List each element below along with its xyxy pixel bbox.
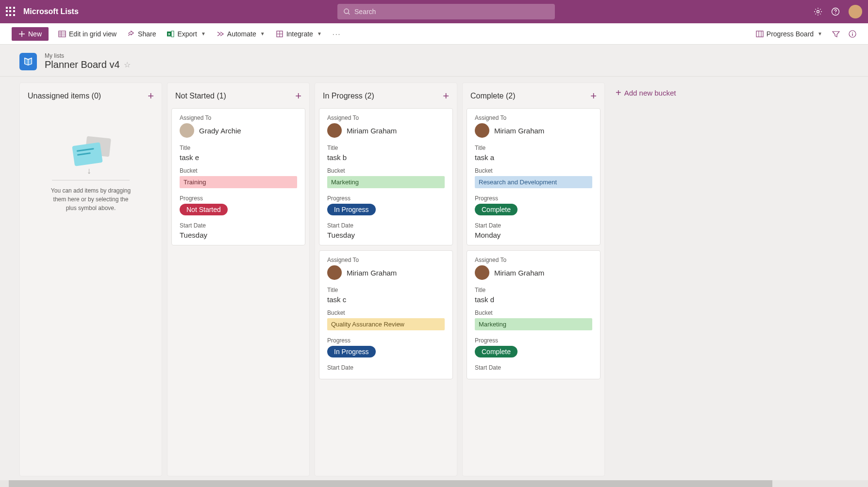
svg-point-4 [835,13,836,14]
column-not-started: Not Started (1) + Assigned To Grady Arch… [167,82,310,476]
svg-text:X: X [168,32,171,36]
settings-icon[interactable] [814,7,822,16]
progress-pill: In Progress [327,204,376,215]
column-title: In Progress (2) [323,92,374,100]
add-card-button[interactable]: + [148,90,154,102]
assignee-name: Miriam Graham [347,127,397,135]
card-title: task c [327,295,445,304]
column-title: Complete (2) [470,92,515,100]
chevron-down-icon: ▼ [201,31,206,36]
empty-illustration: ↓ [67,137,115,176]
chevron-down-icon: ▼ [317,31,322,36]
start-date: Tuesday [180,231,297,239]
plus-icon: + [616,87,621,98]
overflow-button[interactable]: ··· [332,28,342,40]
column-in-progress: In Progress (2) + Assigned To Miriam Gra… [315,82,457,476]
chevron-down-icon: ▼ [260,31,265,36]
assignee-name: Miriam Graham [347,269,397,277]
task-card[interactable]: Assigned To Grady Archie Title task e Bu… [171,108,305,245]
add-card-button[interactable]: + [443,90,449,102]
favorite-star-icon[interactable]: ☆ [124,60,131,69]
column-title: Unassigned items (0) [28,92,101,100]
empty-text: You can add items by dragging them here … [47,186,134,212]
board-icon [756,30,764,38]
card-title: task a [475,153,592,162]
export-button[interactable]: X Export ▼ [166,28,206,40]
board-view: Unassigned items (0) + ↓ You can add ite… [0,77,868,482]
bucket-tag: Training [180,176,297,188]
start-date: Monday [475,231,592,239]
assignee-name: Grady Archie [199,127,241,135]
svg-point-2 [817,11,819,13]
chevron-down-icon: ▼ [818,31,822,36]
avatar [475,265,489,280]
share-button[interactable]: Share [126,28,157,40]
task-card[interactable]: Assigned To Miriam Graham Title task b B… [319,108,453,245]
avatar [327,123,342,138]
bucket-tag: Marketing [327,176,445,188]
list-icon [19,53,37,70]
column-complete: Complete (2) + Assigned To Miriam Graham… [462,82,605,476]
progress-pill: Not Started [180,204,228,215]
info-icon[interactable] [849,30,856,38]
grid-icon [58,30,66,38]
automate-button[interactable]: Automate ▼ [216,28,266,40]
command-bar: New Edit in grid view Share X Export ▼ A… [0,23,868,45]
integrate-icon [276,30,284,38]
svg-point-0 [344,9,349,13]
bucket-tag: Marketing [475,318,592,330]
horizontal-scrollbar[interactable] [0,480,868,482]
svg-point-19 [852,32,853,33]
svg-rect-11 [171,31,174,37]
svg-line-1 [348,13,350,15]
share-icon [127,30,135,38]
new-button[interactable]: New [12,27,49,41]
add-card-button[interactable]: + [590,90,597,102]
bucket-tag: Quality Assurance Review [327,318,445,330]
task-card[interactable]: Assigned To Miriam Graham Title task a B… [467,108,601,245]
avatar [475,123,489,138]
column-unassigned: Unassigned items (0) + ↓ You can add ite… [19,82,162,476]
view-selector[interactable]: Progress Board ▼ [755,28,823,40]
excel-icon: X [167,30,174,38]
assignee-name: Miriam Graham [494,269,544,277]
task-card[interactable]: Assigned To Miriam Graham Title task d B… [467,250,601,379]
avatar [180,123,194,138]
empty-state: ↓ You can add items by dragging them her… [24,108,158,212]
card-title: task b [327,153,445,162]
automate-icon [217,30,224,38]
task-card[interactable]: Assigned To Miriam Graham Title task c B… [319,250,453,379]
profile-avatar[interactable] [849,5,862,18]
svg-rect-15 [756,31,763,37]
search-input[interactable] [354,8,549,16]
column-title: Not Started (1) [175,92,226,100]
progress-pill: Complete [475,204,517,215]
suite-header: Microsoft Lists [0,0,868,23]
card-title: task e [180,153,297,162]
help-icon[interactable] [831,7,840,16]
progress-pill: Complete [475,346,517,357]
avatar [327,265,342,280]
search-icon [343,8,351,16]
card-title: task d [475,295,592,304]
plus-icon [18,31,25,37]
search-box[interactable] [337,4,555,19]
edit-grid-button[interactable]: Edit in grid view [57,28,117,40]
list-header: My lists Planner Board v4 ☆ [0,45,868,77]
svg-rect-5 [59,31,66,37]
app-launcher-icon[interactable] [6,7,16,16]
add-card-button[interactable]: + [295,90,301,102]
integrate-button[interactable]: Integrate ▼ [275,28,323,40]
start-date: Tuesday [327,231,445,239]
progress-pill: In Progress [327,346,376,357]
filter-icon[interactable] [832,30,840,38]
bucket-tag: Research and Development [475,176,592,188]
list-title: Planner Board v4 [45,59,120,70]
app-name: Microsoft Lists [23,7,79,16]
breadcrumb[interactable]: My lists [45,52,131,59]
assignee-name: Miriam Graham [494,127,544,135]
add-bucket-button[interactable]: + Add new bucket [610,82,682,103]
